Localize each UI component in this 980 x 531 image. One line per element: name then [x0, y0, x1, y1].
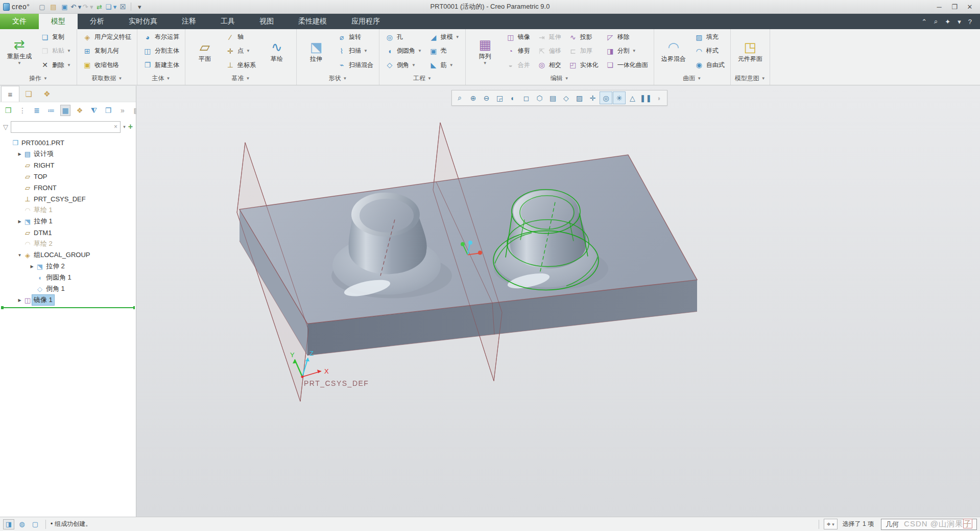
tab-file[interactable]: 文件 [0, 14, 39, 29]
tree-item-chamfer-1[interactable]: ◇倒角 1 [0, 283, 136, 294]
customize-qat-icon[interactable]: ▾ [134, 2, 145, 12]
delete-button[interactable]: ✕删除▼ [38, 58, 74, 72]
clear-search-icon[interactable]: × [114, 123, 117, 130]
pause-icon[interactable]: ❚❚ [639, 91, 652, 104]
user-defined-feature-button[interactable]: ◈用户定义特征 [80, 31, 134, 44]
close-button[interactable]: ✕ [963, 2, 977, 12]
draft-button[interactable]: ◢拔模▼ [426, 31, 462, 44]
tree-item-sketch-1[interactable]: ◠草绘 1 [0, 204, 136, 216]
overflow-icon[interactable]: » [117, 105, 128, 116]
expand-arrow-icon[interactable]: ▶ [29, 264, 35, 269]
web-browser-icon[interactable]: ◍ [16, 519, 28, 529]
model-tree-tab-icon[interactable]: ≡ [1, 86, 19, 102]
shell-button[interactable]: ▣壳 [426, 44, 462, 58]
tree-item-part-root[interactable]: ❒PRT0001.PRT [0, 137, 136, 148]
round-button[interactable]: ◖倒圆角▼ [383, 44, 424, 58]
open-settings-icon[interactable]: ❖ [75, 105, 85, 116]
regenerate-small-icon[interactable]: ⇄ [94, 2, 104, 12]
ribbon-group-label-body[interactable]: 主体▼ [137, 72, 185, 85]
tab-analysis[interactable]: 分析 [78, 14, 116, 29]
rib-dropdown-icon[interactable]: ▼ [449, 63, 453, 67]
copy-geometry-button[interactable]: ⊞复制几何 [80, 44, 134, 58]
delete-dropdown-icon[interactable]: ▼ [67, 63, 71, 67]
annotation-display-icon[interactable]: ◎ [600, 91, 612, 104]
mirror-button[interactable]: ◫镜像 [504, 31, 533, 44]
draft-dropdown-icon[interactable]: ▼ [456, 35, 460, 39]
datum-display-icon[interactable]: ✛ [586, 91, 599, 104]
ribbon-group-label-model-intent[interactable]: 模型意图▼ [731, 72, 770, 85]
insertion-locator[interactable] [2, 307, 134, 308]
tree-item-csys-def[interactable]: ⊥PRT_CSYS_DEF [0, 193, 136, 204]
perspective-icon[interactable]: ◇ [560, 91, 572, 104]
tab-live-simulation[interactable]: 实时仿真 [116, 14, 170, 29]
tab-applications[interactable]: 应用程序 [339, 14, 392, 29]
selection-filter[interactable]: 几何 CSDN @山涧果子 [881, 519, 977, 530]
tree-search-input[interactable] [14, 123, 114, 130]
column-display-icon[interactable]: ❐ [103, 105, 113, 116]
boundary-blend-button[interactable]: ◠边界混合 [657, 30, 690, 72]
restore-button[interactable]: ❐ [947, 2, 962, 12]
close-window-icon[interactable]: ☒ [117, 2, 128, 12]
zoom-region-icon[interactable]: ⌕ [453, 91, 466, 104]
collapse-all-icon[interactable]: ≔ [46, 105, 56, 116]
tree-item-mirror-1[interactable]: ▶◫镜像 1 [0, 294, 136, 306]
tree-item-group-local-group[interactable]: ▼◈组LOCAL_GROUP [0, 249, 136, 261]
tab-view[interactable]: 视图 [247, 14, 286, 29]
divide-dropdown-icon[interactable]: ▼ [632, 49, 636, 53]
plane-button[interactable]: ▱平面 [188, 30, 221, 72]
fill-button[interactable]: ▨填充 [692, 31, 727, 44]
sweep-button[interactable]: ⌇扫描▼ [334, 44, 376, 58]
tree-item-plane-right[interactable]: ▱RIGHT [0, 159, 136, 171]
expand-arrow-icon[interactable]: ▼ [16, 253, 23, 258]
tree-filters-icon[interactable]: ⧨ [89, 105, 99, 116]
saved-orientations-icon[interactable]: ⬡ [533, 91, 546, 104]
ribbon-group-label-engineering[interactable]: 工程▼ [379, 72, 465, 85]
style-button[interactable]: ◠样式 [692, 44, 727, 58]
ribbon-group-label-surfaces[interactable]: 曲面▼ [654, 72, 730, 85]
revolve-button[interactable]: ⌀旋转 [334, 31, 376, 44]
new-body-button[interactable]: ❐新建主体 [140, 58, 182, 72]
learning-dropdown-icon[interactable]: ▾ [958, 18, 961, 26]
ribbon-group-label-datum[interactable]: 基准▼ [185, 72, 296, 85]
solidify-button[interactable]: ◰实体化 [566, 58, 601, 72]
pattern-dropdown-icon[interactable]: ▼ [483, 61, 487, 65]
new-file-icon[interactable]: ▢ [37, 2, 47, 12]
tree-item-extrude-1[interactable]: ▶⬔拉伸 1 [0, 216, 136, 227]
find-button[interactable]: ⌖ ▾ [824, 519, 838, 529]
divide-button[interactable]: ◨分割▼ [603, 44, 651, 58]
tab-model[interactable]: 模型 [39, 14, 78, 29]
remove-button[interactable]: ◸移除 [603, 31, 651, 44]
unite-surface-button[interactable]: ❏一体化曲面 [603, 58, 651, 72]
copy-button[interactable]: ❏复制 [38, 31, 74, 44]
favorites-tab-icon[interactable]: ❖ [38, 86, 56, 102]
section-icon[interactable]: ▨ [573, 91, 586, 104]
pattern-button[interactable]: ▦阵列▼ [469, 30, 501, 72]
tab-annotate[interactable]: 注释 [170, 14, 208, 29]
undo-icon[interactable]: ↶ ▾ [70, 2, 81, 12]
ribbon-group-label-get-data[interactable]: 获取数据▼ [77, 72, 137, 85]
collapse-ribbon-icon[interactable]: ⌃ [921, 18, 927, 26]
regenerate-dropdown-icon[interactable]: ▼ [17, 61, 21, 65]
sweep-dropdown-icon[interactable]: ▼ [364, 49, 368, 53]
appearance-icon[interactable]: ◐ [507, 91, 519, 104]
point-dropdown-icon[interactable]: ▼ [246, 49, 250, 53]
sketch-button[interactable]: ∿草绘 [260, 30, 293, 72]
redo-icon[interactable]: ↷ ▾ [82, 2, 93, 12]
find-dropdown-icon[interactable]: ▾ [832, 522, 834, 527]
expand-all-icon[interactable]: ≣ [32, 105, 42, 116]
zoom-out-icon[interactable]: ⊖ [480, 91, 493, 104]
tree-item-extrude-2[interactable]: ▶⬔拉伸 2 [0, 261, 136, 272]
open-file-icon[interactable]: ▤ [48, 2, 58, 12]
intersect-button[interactable]: ◎相交 [535, 58, 564, 72]
panel-toggle-icon[interactable]: ◨ [3, 519, 14, 529]
ribbon-group-label-operations[interactable]: 操作▼ [0, 72, 77, 85]
display-style-icon[interactable]: ◻ [520, 91, 533, 104]
ribbon-group-label-editing[interactable]: 编辑▼ [466, 72, 654, 85]
component-interface-button[interactable]: ◳元件界面 [734, 30, 767, 72]
tree-item-dtm1[interactable]: ▱DTM1 [0, 227, 136, 238]
search-icon[interactable]: ⌕ [934, 17, 938, 26]
expand-arrow-icon[interactable]: ▶ [16, 219, 23, 224]
paste-dropdown-icon[interactable]: ▼ [67, 49, 71, 53]
blank-panel-icon[interactable]: ▢ [30, 519, 41, 529]
tree-item-round-1[interactable]: ◖倒圆角 1 [0, 272, 136, 283]
